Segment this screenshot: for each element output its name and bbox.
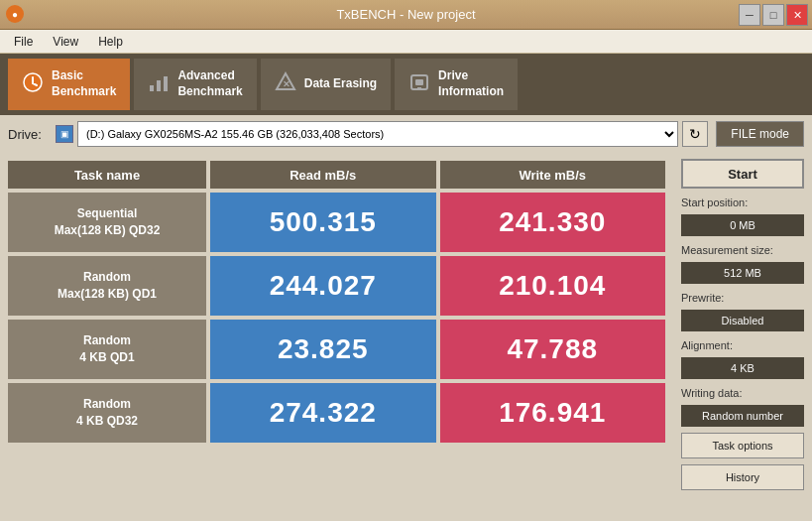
menu-item-help[interactable]: Help bbox=[88, 33, 133, 51]
task-options-button[interactable]: Task options bbox=[681, 433, 804, 458]
write-value-0: 241.330 bbox=[440, 193, 666, 252]
start-position-value: 0 MB bbox=[681, 214, 804, 236]
right-panel: Start Start position: 0 MB Measurement s… bbox=[673, 153, 812, 521]
minimize-button[interactable]: ─ bbox=[739, 4, 760, 26]
col-header-task: Task name bbox=[8, 161, 206, 189]
row-label-1: RandomMax(128 KB) QD1 bbox=[8, 256, 206, 316]
write-value-3: 176.941 bbox=[440, 383, 666, 443]
main-area: Task name Read mB/s Write mB/s Sequentia… bbox=[0, 153, 812, 521]
row-label-3: Random4 KB QD32 bbox=[8, 383, 206, 443]
advanced-benchmark-label: AdvancedBenchmark bbox=[177, 68, 242, 99]
drive-label: Drive: bbox=[8, 127, 48, 142]
write-value-1: 210.104 bbox=[440, 256, 666, 316]
basic-benchmark-icon bbox=[22, 71, 44, 98]
svg-rect-8 bbox=[417, 87, 421, 89]
col-header-read: Read mB/s bbox=[210, 161, 436, 189]
results-table: Task name Read mB/s Write mB/s Sequentia… bbox=[8, 161, 665, 521]
drive-information-label: DriveInformation bbox=[438, 68, 504, 99]
window-controls[interactable]: ─ □ ✕ bbox=[739, 4, 808, 26]
measurement-size-label: Measurement size: bbox=[681, 244, 804, 256]
close-button[interactable]: ✕ bbox=[786, 4, 808, 26]
basic-benchmark-label: BasicBenchmark bbox=[52, 68, 116, 99]
row-label-2: Random4 KB QD1 bbox=[8, 320, 206, 379]
svg-rect-2 bbox=[157, 80, 161, 91]
start-position-label: Start position: bbox=[681, 196, 804, 208]
start-button[interactable]: Start bbox=[681, 159, 804, 189]
read-value-3: 274.322 bbox=[210, 383, 436, 443]
row-label-0: SequentialMax(128 KB) QD32 bbox=[8, 193, 206, 252]
toolbar-btn-advanced-benchmark[interactable]: AdvancedBenchmark bbox=[134, 59, 256, 110]
measurement-size-value: 512 MB bbox=[681, 262, 804, 284]
table-row-1: RandomMax(128 KB) QD1244.027210.104 bbox=[8, 256, 665, 316]
writing-data-value: Random number bbox=[681, 405, 804, 427]
col-header-write: Write mB/s bbox=[440, 161, 666, 189]
toolbar: BasicBenchmarkAdvancedBenchmark✕Data Era… bbox=[0, 54, 812, 115]
data-erasing-label: Data Erasing bbox=[304, 76, 377, 92]
alignment-label: Alignment: bbox=[681, 339, 804, 351]
drive-icon: ▣ bbox=[56, 125, 73, 143]
svg-text:✕: ✕ bbox=[283, 79, 290, 89]
read-value-1: 244.027 bbox=[210, 256, 436, 316]
read-value-2: 23.825 bbox=[210, 320, 436, 379]
toolbar-btn-basic-benchmark[interactable]: BasicBenchmark bbox=[8, 59, 130, 110]
drive-selector[interactable]: (D:) Galaxy GX0256MS-A2 155.46 GB (326,0… bbox=[77, 121, 678, 147]
left-panel: Task name Read mB/s Write mB/s Sequentia… bbox=[0, 153, 673, 521]
svg-rect-1 bbox=[150, 85, 154, 91]
prewrite-value: Disabled bbox=[681, 310, 804, 331]
maximize-button[interactable]: □ bbox=[762, 4, 784, 26]
svg-rect-3 bbox=[164, 76, 168, 91]
window-title: TxBENCH - New project bbox=[336, 7, 475, 22]
menu-item-view[interactable]: View bbox=[43, 33, 88, 51]
write-value-2: 47.788 bbox=[440, 320, 666, 379]
file-mode-button[interactable]: FILE mode bbox=[716, 121, 804, 147]
toolbar-btn-data-erasing[interactable]: ✕Data Erasing bbox=[261, 59, 391, 110]
table-row-3: Random4 KB QD32274.322176.941 bbox=[8, 383, 665, 443]
drive-information-icon bbox=[408, 71, 430, 98]
table-row-0: SequentialMax(128 KB) QD32500.315241.330 bbox=[8, 193, 665, 252]
title-bar: ● TxBENCH - New project ─ □ ✕ bbox=[0, 0, 812, 30]
toolbar-btn-drive-information[interactable]: DriveInformation bbox=[395, 59, 518, 110]
app-icon: ● bbox=[6, 5, 24, 23]
advanced-benchmark-icon bbox=[148, 71, 170, 98]
menu-item-file[interactable]: File bbox=[4, 33, 43, 51]
history-button[interactable]: History bbox=[681, 464, 804, 490]
svg-rect-7 bbox=[415, 79, 423, 85]
read-value-0: 500.315 bbox=[210, 193, 436, 252]
refresh-button[interactable]: ↻ bbox=[682, 121, 708, 147]
data-erasing-icon: ✕ bbox=[275, 71, 296, 98]
drive-row: Drive: ▣ (D:) Galaxy GX0256MS-A2 155.46 … bbox=[0, 115, 812, 153]
table-header: Task name Read mB/s Write mB/s bbox=[8, 161, 665, 189]
menu-bar: FileViewHelp bbox=[0, 30, 812, 54]
alignment-value: 4 KB bbox=[681, 357, 804, 379]
prewrite-label: Prewrite: bbox=[681, 292, 804, 304]
writing-data-label: Writing data: bbox=[681, 387, 804, 399]
table-row-2: Random4 KB QD123.82547.788 bbox=[8, 320, 665, 379]
table-body: SequentialMax(128 KB) QD32500.315241.330… bbox=[8, 193, 665, 447]
